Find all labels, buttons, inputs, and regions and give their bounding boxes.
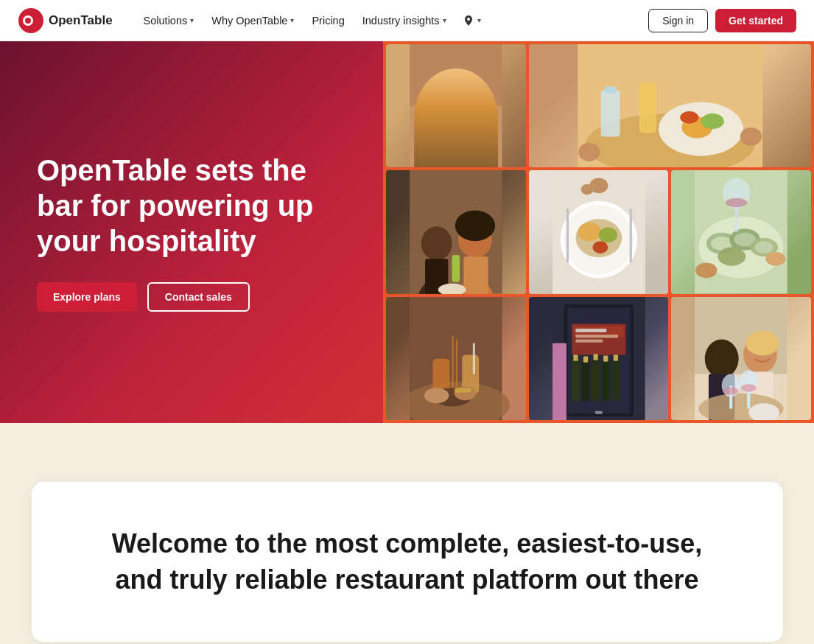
svg-point-45: [580, 184, 593, 195]
svg-rect-34: [452, 255, 460, 282]
svg-rect-18: [639, 83, 656, 133]
hero-title: OpenTable sets the bar for powering up y…: [37, 153, 346, 259]
svg-rect-17: [604, 87, 616, 93]
svg-point-5: [429, 148, 483, 167]
svg-point-28: [421, 227, 452, 261]
svg-point-24: [740, 127, 761, 146]
chevron-down-icon: ▾: [290, 16, 294, 24]
welcome-card: Welcome to the most complete, easiest-to…: [32, 482, 783, 642]
svg-rect-86: [602, 359, 609, 400]
svg-point-101: [745, 331, 779, 355]
location-icon: [463, 15, 474, 27]
nav-insights-label: Industry insights: [362, 15, 440, 27]
svg-rect-87: [611, 358, 619, 401]
nav-actions: Sign in Get started: [648, 9, 796, 32]
svg-rect-82: [575, 339, 603, 342]
nav-pricing-label: Pricing: [312, 15, 344, 27]
svg-rect-12: [453, 135, 456, 167]
logo[interactable]: OpenTable: [18, 7, 113, 34]
svg-point-41: [578, 223, 600, 241]
navbar: OpenTable Solutions ▾ Why OpenTable ▾ Pr…: [0, 0, 814, 41]
chevron-down-icon: ▾: [190, 16, 194, 24]
explore-plans-button[interactable]: Explore plans: [37, 282, 137, 312]
svg-point-59: [766, 252, 786, 266]
logo-text: OpenTable: [49, 13, 113, 28]
get-started-button[interactable]: Get started: [715, 9, 796, 32]
nav-industry-insights[interactable]: Industry insights ▾: [355, 10, 454, 31]
svg-rect-13: [459, 135, 462, 167]
svg-point-57: [718, 248, 746, 266]
svg-point-58: [695, 263, 717, 279]
hero-photo-grid: [383, 41, 814, 423]
photo-couple-dining: [671, 297, 811, 420]
nav-pricing[interactable]: Pricing: [304, 10, 351, 31]
svg-rect-89: [583, 356, 588, 362]
svg-rect-46: [566, 209, 569, 263]
chevron-down-icon: ▾: [443, 16, 446, 24]
svg-point-42: [598, 228, 617, 243]
svg-rect-84: [581, 360, 589, 400]
svg-rect-16: [600, 91, 620, 137]
photo-table-drinks: [386, 297, 526, 420]
svg-point-62: [726, 198, 747, 208]
svg-rect-90: [593, 354, 597, 360]
nav-why-label: Why OpenTable: [211, 15, 287, 27]
photo-restaurant-staff: [386, 44, 526, 167]
photo-oysters: [671, 170, 811, 293]
svg-rect-67: [473, 343, 475, 374]
hero-section: OpenTable sets the bar for powering up y…: [0, 41, 814, 423]
svg-rect-68: [452, 335, 454, 397]
nav-why-opentable[interactable]: Why OpenTable ▾: [204, 10, 301, 31]
svg-point-108: [741, 384, 757, 391]
photo-wine-fridge: [529, 297, 669, 420]
svg-rect-10: [443, 135, 468, 167]
photo-food-drink: [529, 44, 811, 167]
svg-point-8: [439, 97, 473, 118]
hero-left: OpenTable sets the bar for powering up y…: [0, 41, 383, 423]
svg-point-43: [592, 242, 608, 254]
svg-point-22: [680, 111, 698, 124]
photo-friends-dining: [386, 170, 526, 293]
svg-rect-88: [573, 354, 578, 360]
svg-point-6: [431, 150, 480, 167]
svg-point-7: [439, 98, 473, 136]
svg-point-2: [25, 18, 31, 24]
svg-rect-85: [592, 357, 599, 401]
chevron-down-icon: ▾: [477, 16, 481, 24]
svg-rect-92: [613, 354, 617, 360]
svg-point-21: [701, 113, 723, 129]
svg-rect-94: [552, 343, 566, 420]
bottom-section: Welcome to the most complete, easiest-to…: [0, 423, 814, 644]
svg-rect-11: [446, 135, 449, 167]
nav-solutions[interactable]: Solutions ▾: [136, 10, 202, 31]
hero-buttons: Explore plans Contact sales: [37, 282, 346, 312]
welcome-heading: Welcome to the most complete, easiest-to…: [91, 526, 724, 598]
signin-button[interactable]: Sign in: [648, 9, 708, 32]
svg-rect-91: [603, 355, 608, 361]
svg-rect-4: [410, 44, 502, 106]
svg-rect-80: [575, 329, 606, 332]
svg-point-97: [705, 339, 739, 377]
svg-rect-32: [463, 256, 488, 293]
nav-links: Solutions ▾ Why OpenTable ▾ Pricing Indu…: [136, 10, 649, 31]
svg-point-9: [448, 119, 463, 125]
svg-point-23: [578, 143, 600, 161]
svg-point-56: [755, 242, 773, 254]
nav-solutions-label: Solutions: [144, 15, 188, 27]
svg-rect-83: [572, 358, 579, 401]
contact-sales-button[interactable]: Contact sales: [147, 282, 250, 312]
svg-point-107: [723, 387, 739, 394]
opentable-logo-icon: [18, 7, 44, 34]
svg-rect-81: [575, 335, 618, 337]
nav-location[interactable]: ▾: [457, 10, 487, 31]
svg-rect-93: [594, 410, 602, 413]
photo-food-plate: [529, 170, 669, 293]
svg-rect-73: [455, 388, 471, 392]
svg-point-71: [424, 388, 449, 403]
svg-rect-47: [629, 209, 631, 263]
svg-point-33: [455, 211, 495, 242]
